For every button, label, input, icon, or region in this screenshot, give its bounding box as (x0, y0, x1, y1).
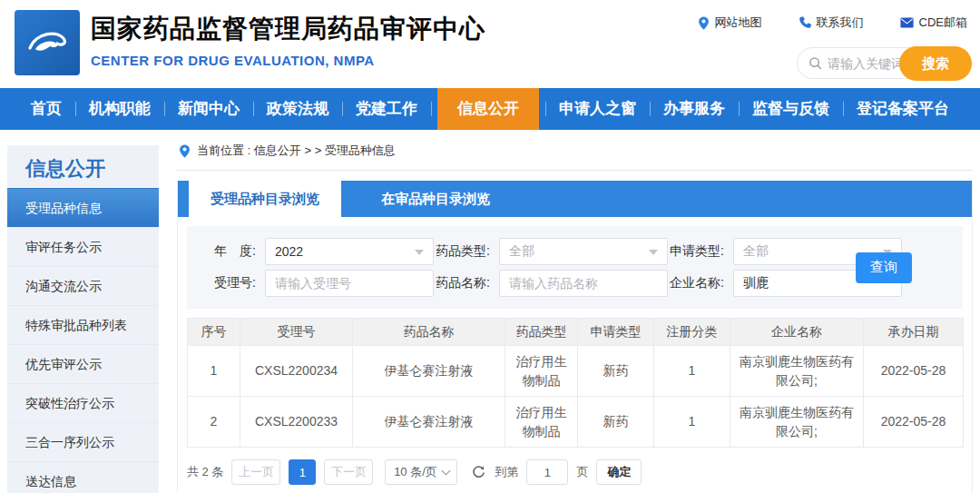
drug-name-input[interactable] (509, 276, 645, 291)
sidebar-item-2[interactable]: 审评任务公示 (7, 227, 159, 266)
nav-item-1[interactable]: 首页 (24, 88, 69, 130)
table-cell: 伊基仑赛注射液 (353, 397, 505, 448)
drug-name-label: 药品名称: (434, 275, 499, 291)
chevron-down-icon (441, 466, 450, 475)
query-button[interactable]: 查询 (856, 252, 912, 283)
drug-type-label: 药品类型: (434, 243, 499, 260)
table-cell: 治疗用生物制品 (505, 397, 578, 448)
total-count: 共 2 条 (187, 464, 223, 480)
column-header: 注册分类 (654, 319, 730, 346)
nav-separator (164, 102, 165, 116)
sidebar-item-1[interactable]: 受理品种信息 (7, 188, 159, 227)
table-cell: 2022-05-28 (864, 346, 964, 397)
tab-2[interactable]: 在审品种目录浏览 (359, 181, 512, 217)
acceptance-no-input[interactable] (275, 276, 411, 291)
table-cell: 新药 (578, 397, 654, 448)
sidebar-title: 信息公开 (7, 145, 159, 188)
nav-item-5[interactable]: 党建工作 (348, 88, 425, 130)
table-row: 1CXSL2200234伊基仑赛注射液治疗用生物制品新药1南京驯鹿生物医药有限公… (188, 346, 964, 397)
apply-type-label: 申请类型: (668, 243, 733, 260)
goto-label: 到第 (495, 464, 518, 480)
column-header: 药品类型 (505, 319, 578, 346)
column-header: 序号 (188, 319, 240, 346)
sidebar-item-5[interactable]: 优先审评公示 (7, 344, 159, 383)
chevron-down-icon (415, 250, 424, 255)
utility-link-1[interactable]: 网站地图 (698, 15, 762, 31)
pagination: 共 2 条 上一页 1 下一页 10 条/页 到第 页 确定 (187, 459, 963, 485)
sidebar-item-7[interactable]: 三合一序列公示 (7, 422, 159, 461)
sidebar: 信息公开 受理品种信息审评任务公示沟通交流公示特殊审批品种列表优先审评公示突破性… (7, 145, 159, 493)
breadcrumb-text: 当前位置 : 信息公开 > > 受理品种信息 (197, 143, 396, 159)
filter-panel: 年 度: 2022 药品类型: 全部 申请类型: 全部 (187, 226, 963, 309)
tab-bar: 受理品种目录浏览在审品种目录浏览 (178, 181, 972, 217)
results-table: 序号受理号药品名称药品类型申请类型注册分类企业名称承办日期 1CXSL22002… (187, 318, 964, 448)
site-header: 国家药品监督管理局药品审评中心 CENTER FOR DRUG EVALUATI… (0, 0, 980, 88)
sidebar-item-3[interactable]: 沟通交流公示 (7, 266, 159, 305)
table-cell: 2 (188, 397, 240, 448)
confirm-button[interactable]: 确定 (596, 459, 642, 485)
site-title: 国家药品监督管理局药品审评中心 (91, 12, 485, 46)
sidebar-item-4[interactable]: 特殊审批品种列表 (7, 305, 159, 344)
per-page-select[interactable]: 10 条/页 (385, 459, 457, 485)
content-area: 信息公开 受理品种信息审评任务公示沟通交流公示特殊审批品种列表优先审评公示突破性… (0, 130, 980, 493)
year-label: 年 度: (200, 243, 265, 260)
page-1-button[interactable]: 1 (289, 459, 316, 485)
main-nav: 首页机构职能新闻中心政策法规党建工作信息公开申请人之窗办事服务监督与反馈登记备案… (0, 88, 980, 130)
company-label: 企业名称: (668, 275, 733, 291)
table-cell: CXSL2200233 (240, 397, 353, 448)
utility-link-label: 网站地图 (715, 15, 762, 31)
table-cell: 伊基仑赛注射液 (353, 346, 505, 397)
tab-1[interactable]: 受理品种目录浏览 (189, 181, 341, 217)
utility-link-label: 联系我们 (817, 15, 864, 31)
mail-icon (900, 17, 914, 28)
sidebar-item-8[interactable]: 送达信息 (7, 461, 159, 493)
column-header: 申请类型 (578, 319, 654, 346)
goto-suffix-label: 页 (576, 464, 588, 480)
acceptance-no-label: 受理号: (200, 275, 265, 291)
table-cell: 1 (188, 346, 240, 397)
refresh-icon[interactable] (471, 465, 486, 480)
chevron-down-icon (649, 250, 658, 255)
table-cell: 南京驯鹿生物医药有限公司; (730, 346, 864, 397)
table-cell: 2022-05-28 (864, 397, 964, 448)
nav-separator (431, 102, 432, 116)
breadcrumb: 当前位置 : 信息公开 > > 受理品种信息 (177, 137, 973, 171)
search-button[interactable]: 搜索 (899, 46, 972, 81)
nav-item-3[interactable]: 新闻中心 (171, 88, 247, 130)
year-select[interactable]: 2022 (265, 238, 434, 265)
search-icon (808, 56, 822, 70)
table-cell: CXSL2200234 (240, 346, 353, 397)
nav-item-10[interactable]: 登记备案平台 (849, 88, 956, 130)
site-search: 搜索 (797, 47, 971, 79)
site-subtitle: CENTER FOR DRUG EVALUATION, NMPA (91, 53, 485, 68)
location-pin-icon (698, 16, 710, 30)
nav-item-9[interactable]: 监督与反馈 (745, 88, 837, 130)
next-page-button[interactable]: 下一页 (324, 459, 373, 485)
nav-separator (650, 102, 651, 116)
nav-item-4[interactable]: 政策法规 (260, 88, 336, 130)
sidebar-item-6[interactable]: 突破性治疗公示 (7, 383, 159, 422)
nav-separator (843, 102, 844, 116)
nav-separator (253, 102, 254, 116)
column-header: 药品名称 (353, 319, 505, 346)
nav-separator (545, 102, 546, 116)
goto-page-input[interactable] (526, 459, 568, 485)
table-cell: 治疗用生物制品 (505, 346, 578, 397)
drug-name-field (499, 270, 668, 297)
column-header: 受理号 (240, 319, 353, 346)
cde-logo (15, 10, 80, 75)
utility-link-2[interactable]: 联系我们 (799, 15, 864, 31)
utility-link-label: CDE邮箱 (919, 15, 967, 31)
drug-type-select[interactable]: 全部 (499, 238, 668, 265)
main-content: 当前位置 : 信息公开 > > 受理品种信息 受理品种目录浏览在审品种目录浏览 … (177, 137, 973, 493)
column-header: 承办日期 (864, 319, 964, 346)
nav-item-7[interactable]: 申请人之窗 (552, 88, 643, 130)
nav-item-8[interactable]: 办事服务 (656, 88, 732, 130)
nav-item-6[interactable]: 信息公开 (437, 88, 539, 130)
phone-icon (799, 16, 811, 29)
nav-item-2[interactable]: 机构职能 (82, 88, 158, 130)
nav-separator (739, 102, 740, 116)
results-panel: 受理品种目录浏览在审品种目录浏览 年 度: 2022 药品类型: 全部 申请类型… (177, 181, 973, 493)
utility-link-3[interactable]: CDE邮箱 (900, 15, 967, 31)
prev-page-button[interactable]: 上一页 (231, 459, 280, 485)
